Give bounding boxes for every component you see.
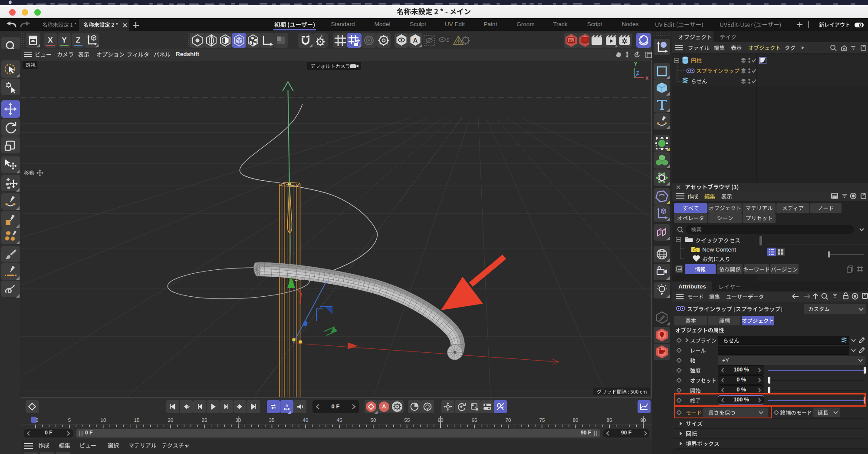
svg-text:Y: Y — [634, 61, 638, 66]
svg-text:5: 5 — [68, 418, 71, 423]
svg-text:35: 35 — [269, 418, 275, 423]
svg-text:10: 10 — [101, 418, 106, 423]
svg-text:50: 50 — [371, 418, 376, 423]
svg-text:A: A — [413, 36, 418, 44]
svg-text:X: X — [645, 76, 649, 81]
svg-text:25: 25 — [202, 418, 207, 423]
svg-text:20: 20 — [168, 418, 174, 423]
svg-text:A: A — [286, 403, 289, 408]
svg-text:RV: RV — [569, 39, 574, 43]
svg-text:70: 70 — [506, 418, 511, 423]
svg-text:0: 0 — [36, 418, 38, 423]
svg-text:55: 55 — [404, 418, 410, 423]
svg-text:85: 85 — [607, 418, 612, 423]
svg-text:65: 65 — [472, 418, 477, 423]
svg-text:80: 80 — [573, 418, 579, 423]
svg-text:15: 15 — [134, 418, 140, 423]
svg-text:40: 40 — [303, 418, 309, 423]
svg-text:45: 45 — [337, 418, 342, 423]
svg-text:75: 75 — [539, 418, 545, 423]
